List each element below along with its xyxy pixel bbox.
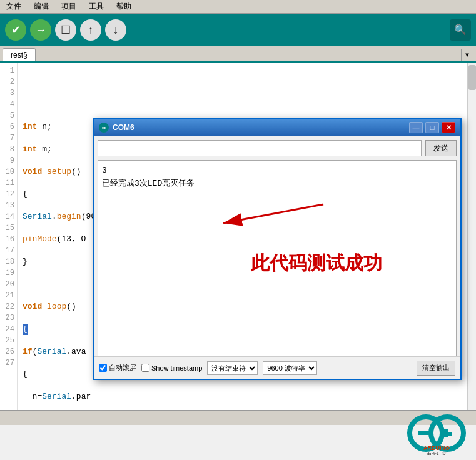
svg-rect-4 [440,432,452,436]
open-button[interactable]: ↑ [80,19,101,41]
output-line2: 已经完成3次LED亮灭任务 [102,178,452,191]
vertical-scrollbar[interactable] [467,62,476,410]
com-title-text: COM6 [113,123,134,132]
save-button[interactable]: ↓ [105,19,126,41]
com-input-field[interactable] [98,140,422,156]
com-dialog: ∞ COM6 — □ ✕ 发送 3 已经完成3次LED亮灭任务 此代码测试成功 [93,118,462,380]
svg-rect-2 [418,431,433,435]
menu-bar: 文件 编辑 项目 工具 帮助 [0,0,476,14]
arrow-decoration [211,198,336,229]
verify-button[interactable]: ✔ [5,19,26,41]
toolbar: ✔ → ☐ ↑ ↓ 🔍 [0,14,476,46]
clear-output-button[interactable]: 清空输出 [417,361,455,376]
com-output-area: 3 已经完成3次LED亮灭任务 此代码测试成功 [98,160,457,356]
menu-file[interactable]: 文件 [4,0,24,13]
svg-line-8 [223,204,323,223]
new-button[interactable]: ☐ [55,19,76,41]
close-button[interactable]: ✕ [442,122,455,133]
search-button[interactable]: 🔍 [450,19,471,41]
menu-edit[interactable]: 编辑 [31,0,51,13]
menu-help[interactable]: 帮助 [114,0,134,13]
tab-dropdown[interactable]: ▼ [461,49,473,61]
show-timestamp-label[interactable]: Show timestamp [141,364,202,372]
minimize-button[interactable]: — [409,122,423,133]
upload-button[interactable]: → [30,19,51,41]
com-title-icon: ∞ [99,122,109,132]
com-send-button[interactable]: 发送 [425,140,457,156]
end-char-select[interactable]: 没有结束符 [207,361,258,375]
show-timestamp-checkbox[interactable] [141,364,149,372]
com-titlebar: ∞ COM6 — □ ✕ [94,119,460,136]
tab-bar: rest§ ▼ [0,46,476,62]
window-controls: — □ ✕ [409,122,455,133]
auto-scroll-checkbox[interactable] [99,364,107,372]
com-footer: 自动滚屏 Show timestamp 没有结束符 9600 波特率 清空输出 [94,356,460,379]
auto-scroll-label[interactable]: 自动滚屏 [99,363,136,372]
arduino-logo: ARDUINO 中文社区 [402,411,471,455]
menu-project[interactable]: 项目 [59,0,79,13]
tab-rest[interactable]: rest§ [3,48,36,61]
svg-text:ARDUINO: ARDUINO [423,445,450,451]
scrollbar-thumb[interactable] [468,65,476,90]
com-input-row: 发送 [94,136,460,160]
output-line1: 3 [102,164,452,178]
baud-rate-select[interactable]: 9600 波特率 [263,361,317,375]
maximize-button[interactable]: □ [425,122,439,133]
svg-text:中文社区: 中文社区 [427,452,447,455]
menu-tools[interactable]: 工具 [86,0,106,13]
success-text: 此代码测试成功 [251,251,382,276]
line-numbers: 1 2 3 4 5 6 7 8 9 10 11 12 13 14 15 16 1… [0,62,18,410]
